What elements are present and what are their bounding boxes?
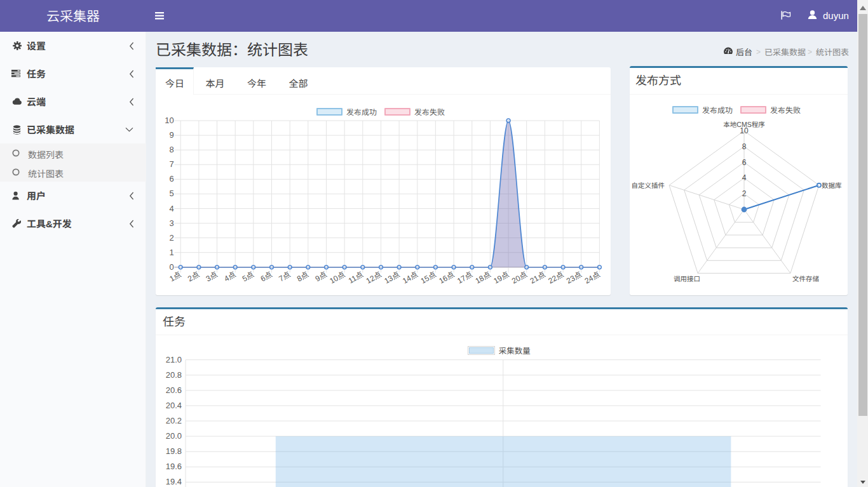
- svg-text:22点: 22点: [546, 269, 565, 286]
- svg-text:20.2: 20.2: [166, 416, 182, 425]
- svg-text:4: 4: [170, 204, 174, 213]
- svg-text:6: 6: [170, 174, 174, 183]
- svg-text:20点: 20点: [510, 269, 529, 286]
- svg-text:20.6: 20.6: [166, 385, 182, 395]
- svg-text:19.6: 19.6: [166, 462, 182, 471]
- svg-text:14点: 14点: [400, 269, 419, 286]
- svg-text:15点: 15点: [418, 269, 437, 286]
- svg-text:9: 9: [170, 130, 174, 140]
- svg-text:自定义插件: 自定义插件: [632, 180, 665, 190]
- svg-text:13点: 13点: [382, 269, 401, 286]
- svg-text:18点: 18点: [473, 269, 492, 286]
- svg-text:8: 8: [742, 142, 747, 151]
- svg-text:10点: 10点: [327, 269, 346, 286]
- svg-text:2: 2: [742, 189, 747, 198]
- svg-text:4: 4: [742, 173, 747, 182]
- svg-text:20.8: 20.8: [166, 370, 182, 380]
- svg-text:19点: 19点: [491, 269, 510, 286]
- svg-text:3: 3: [170, 218, 174, 228]
- svg-text:调用接口: 调用接口: [674, 274, 700, 283]
- svg-text:23点: 23点: [564, 269, 583, 286]
- svg-text:本地CMS程序: 本地CMS程序: [723, 119, 764, 129]
- svg-text:文件存储: 文件存储: [792, 274, 819, 283]
- svg-text:12点: 12点: [363, 269, 383, 286]
- svg-text:16点: 16点: [437, 269, 456, 286]
- svg-text:7: 7: [170, 159, 174, 169]
- svg-text:10: 10: [165, 116, 173, 125]
- svg-text:8: 8: [170, 145, 174, 154]
- svg-text:1: 1: [170, 248, 174, 257]
- svg-text:5: 5: [170, 189, 174, 198]
- svg-text:20.0: 20.0: [166, 431, 182, 441]
- svg-text:2: 2: [170, 233, 174, 243]
- svg-text:21.0: 21.0: [166, 355, 182, 364]
- svg-text:6: 6: [742, 158, 747, 167]
- svg-text:21点: 21点: [527, 269, 546, 286]
- svg-text:数据库: 数据库: [822, 180, 842, 190]
- svg-text:24点: 24点: [582, 269, 601, 286]
- svg-text:20.4: 20.4: [166, 401, 182, 410]
- svg-text:17点: 17点: [455, 269, 474, 286]
- svg-text:11点: 11点: [346, 269, 365, 286]
- svg-text:19.8: 19.8: [166, 446, 182, 456]
- svg-text:19.4: 19.4: [166, 477, 182, 486]
